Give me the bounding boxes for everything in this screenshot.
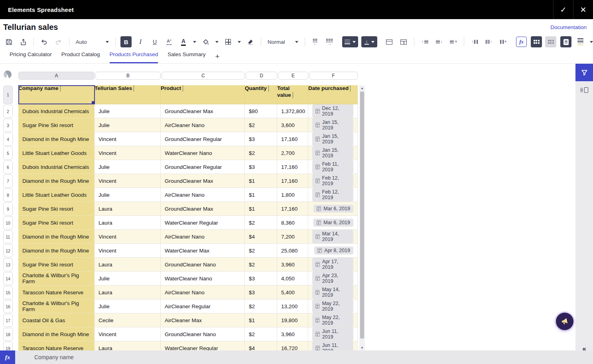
- cell-rep[interactable]: Laura: [95, 258, 161, 272]
- date-badge[interactable]: Jun 11, 2019: [312, 341, 353, 350]
- cell-format-select[interactable]: Normal: [264, 39, 301, 45]
- date-badge[interactable]: May 22, 2019: [312, 299, 353, 313]
- row-number-5[interactable]: 5: [3, 147, 13, 160]
- cells-view-button[interactable]: [531, 36, 542, 47]
- column-header-product[interactable]: Product: [161, 85, 245, 104]
- font-color-button[interactable]: A: [178, 36, 189, 47]
- column-letter-C[interactable]: C: [162, 72, 245, 80]
- bold-button[interactable]: B: [120, 36, 132, 47]
- cell-company[interactable]: Coastal Oil & Gas: [18, 313, 95, 327]
- cell-date[interactable]: May 14, 2019: [308, 286, 358, 299]
- sheet-tab[interactable]: Product Catalog: [61, 51, 100, 63]
- cell-date[interactable]: Mar 6, 2019: [308, 202, 358, 216]
- formula-input[interactable]: Company name: [34, 354, 593, 360]
- cell-product[interactable]: WaterCleaner Regular: [161, 341, 245, 350]
- row-number-9[interactable]: 9: [3, 202, 13, 215]
- date-badge[interactable]: May 14, 2019: [312, 286, 353, 299]
- unmerge-cells-button[interactable]: [398, 36, 409, 47]
- date-badge[interactable]: Apr 23, 2019: [312, 272, 353, 285]
- sheet-tab[interactable]: Pricing Calculator: [10, 51, 52, 63]
- column-letter-A[interactable]: A: [18, 72, 95, 80]
- cell-rep[interactable]: Julie: [95, 299, 161, 313]
- cell-total[interactable]: 19,800: [277, 313, 308, 327]
- borders-caret[interactable]: [238, 41, 241, 43]
- cell-company[interactable]: Tarascon Nature Reserve: [18, 286, 95, 299]
- date-badge[interactable]: Apr 17, 2019: [312, 258, 353, 271]
- cell-product[interactable]: AirCleaner Nano: [161, 230, 245, 244]
- export-button[interactable]: [18, 36, 29, 47]
- cell-product[interactable]: GroundCleaner Nano: [161, 327, 245, 341]
- cell-rep[interactable]: Vincent: [95, 174, 161, 188]
- record-view-button[interactable]: [560, 36, 571, 47]
- cell-product[interactable]: WaterCleaner Nano: [161, 146, 245, 160]
- row-number-17[interactable]: 17: [3, 314, 13, 327]
- scroll-up-icon[interactable]: ▲: [359, 85, 365, 91]
- row-number-10[interactable]: 10: [3, 216, 13, 229]
- date-badge[interactable]: Mar 6, 2019: [313, 219, 353, 227]
- cell-total[interactable]: 3,960: [277, 258, 308, 272]
- cell-date[interactable]: Dec 12, 2019: [308, 104, 358, 118]
- text-rotation-button[interactable]: A°: [164, 36, 175, 47]
- horizontal-align-button[interactable]: [342, 36, 358, 47]
- cell-quantity[interactable]: $2: [245, 118, 277, 132]
- date-badge[interactable]: May 22, 2019: [312, 313, 353, 327]
- cell-rep[interactable]: Vincent: [95, 230, 161, 244]
- font-select[interactable]: Auto: [73, 39, 112, 45]
- cell-quantity[interactable]: $3: [245, 286, 277, 299]
- vertical-align-button[interactable]: ↓: [361, 36, 377, 47]
- cell-quantity[interactable]: $3: [245, 132, 277, 146]
- cell-rep[interactable]: Vincent: [95, 327, 161, 341]
- merge-cells-button[interactable]: [384, 36, 395, 47]
- column-letter-D[interactable]: D: [246, 72, 277, 80]
- cell-date[interactable]: Jan 15, 2019: [308, 118, 358, 132]
- cell-product[interactable]: GroundCleaner Max: [161, 174, 245, 188]
- cell-rep[interactable]: Julie: [95, 272, 161, 286]
- cell-date[interactable]: Feb 12, 2019: [308, 188, 358, 202]
- row-number-4[interactable]: 4: [3, 133, 13, 146]
- date-badge[interactable]: Feb 12, 2019: [312, 188, 353, 202]
- undo-button[interactable]: [39, 36, 50, 47]
- underline-button[interactable]: U: [149, 36, 160, 47]
- cell-company[interactable]: Sugar Pine Ski resort: [18, 202, 95, 216]
- cell-quantity[interactable]: $80: [245, 104, 277, 118]
- cell-date[interactable]: Mar 6, 2019: [308, 216, 358, 230]
- cell-date[interactable]: Feb 12, 2019: [308, 174, 358, 188]
- row-height-button[interactable]: [575, 36, 586, 47]
- cell-quantity[interactable]: $1: [245, 174, 277, 188]
- font-color-caret[interactable]: [193, 41, 196, 43]
- cell-product[interactable]: WaterCleaner Regular: [161, 216, 245, 230]
- announcements-button[interactable]: [556, 313, 573, 330]
- formula-fx-button[interactable]: fx: [0, 350, 15, 364]
- cell-rep[interactable]: Laura: [95, 216, 161, 230]
- cell-date[interactable]: May 22, 2019: [308, 313, 358, 327]
- cell-product[interactable]: GroundCleaner Regular: [161, 160, 245, 174]
- redo-button[interactable]: [53, 36, 64, 47]
- cell-company[interactable]: Diamond in the Rough Mine: [18, 244, 95, 258]
- cell-quantity[interactable]: $4: [245, 341, 277, 350]
- decrease-decimals-button[interactable]: 00←: [309, 36, 321, 47]
- cell-quantity[interactable]: $1: [245, 202, 277, 216]
- cell-total[interactable]: 1,800: [277, 188, 308, 202]
- cell-quantity[interactable]: $2: [245, 327, 277, 341]
- insert-column-right-button[interactable]: ↑: [483, 36, 494, 47]
- cell-total[interactable]: 16,720: [277, 341, 308, 350]
- fill-color-caret[interactable]: [215, 41, 219, 43]
- cell-total[interactable]: 1,372,800: [277, 104, 308, 118]
- vertical-scrollbar[interactable]: ▲ ▼: [359, 85, 365, 350]
- cell-date[interactable]: May 22, 2019: [308, 299, 358, 313]
- cell-rep[interactable]: Julie: [95, 188, 161, 202]
- cell-quantity[interactable]: $2: [245, 258, 277, 272]
- row-number-15[interactable]: 15: [3, 286, 13, 299]
- date-badge[interactable]: Jan 15, 2019: [312, 146, 353, 160]
- cell-total[interactable]: 25,080: [277, 244, 308, 258]
- cell-total[interactable]: 17,160: [277, 132, 308, 146]
- row-number-19[interactable]: 19: [3, 342, 13, 350]
- cell-company[interactable]: Diamond in the Rough Mine: [18, 327, 95, 341]
- cell-date[interactable]: Apr 17, 2019: [308, 258, 358, 272]
- cell-quantity[interactable]: $2: [245, 244, 277, 258]
- cell-company[interactable]: Diamond in the Rough Mine: [18, 174, 95, 188]
- date-badge[interactable]: Dec 12, 2019: [312, 104, 353, 118]
- cell-product[interactable]: WaterCleaner Nano: [161, 272, 245, 286]
- cell-company[interactable]: Sugar Pine Ski resort: [18, 216, 95, 230]
- italic-button[interactable]: I: [135, 36, 146, 47]
